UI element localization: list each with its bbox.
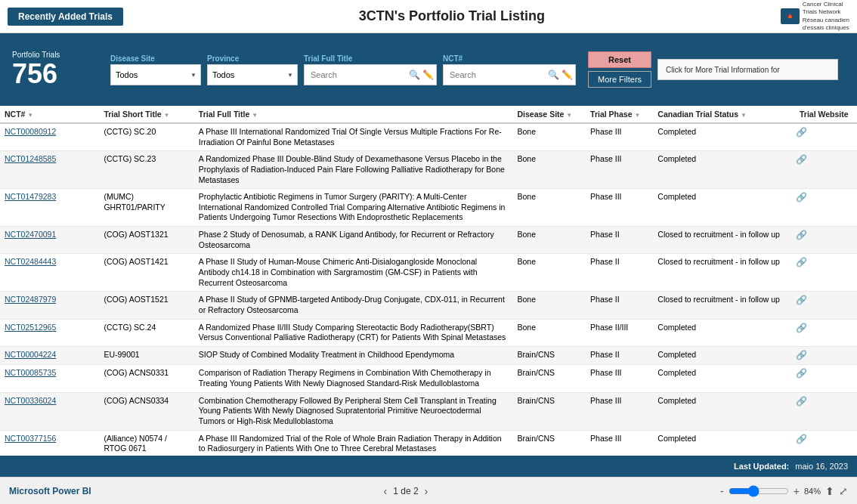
website-icon[interactable]: 🔗 [796, 295, 807, 305]
prev-page-button[interactable]: ‹ [384, 485, 388, 497]
trial-phase: Phase III [586, 365, 653, 392]
trial-status: Closed to recruitment - in follow up [653, 227, 790, 254]
website-icon[interactable]: 🔗 [796, 154, 807, 165]
table-row: NCT02512965(CCTG) SC.24A Randomized Phas… [0, 319, 857, 346]
nct-clear-icon[interactable]: ✏️ [562, 70, 573, 80]
trial-short-title: (COG) AOST1521 [99, 292, 193, 319]
disease-site: Bone [513, 151, 586, 189]
disease-site: Bone [513, 254, 586, 292]
table-row: NCT02470091(COG) AOST1321Phase 2 Study o… [0, 227, 857, 254]
zoom-minus-button[interactable]: - [720, 485, 724, 497]
bottom-bar: Microsoft Power BI ‹ 1 de 2 › - + 84% ⬆ … [0, 477, 857, 504]
disease-site-select[interactable]: Todos [110, 64, 201, 85]
nct-label: NCT# [443, 54, 576, 63]
nct-search-icon[interactable]: 🔍 [548, 70, 559, 80]
website-icon[interactable]: 🔗 [796, 230, 807, 240]
website-icon[interactable]: 🔗 [796, 257, 807, 267]
trial-short-title: (COG) AOST1321 [99, 227, 193, 254]
col-header-short-title[interactable]: Trial Short Title ▼ [99, 106, 193, 123]
disease-site: Brain/CNS [513, 365, 586, 392]
disease-site: Bone [513, 123, 586, 151]
nct-link[interactable]: NCT00377156 [5, 434, 56, 443]
nct-link[interactable]: NCT00085735 [5, 368, 56, 377]
powerbi-link[interactable]: Microsoft Power BI [9, 486, 91, 496]
trial-status: Completed [653, 319, 790, 346]
trial-phase: Phase III [586, 392, 653, 430]
trial-status: Completed [653, 392, 790, 430]
fullscreen-button[interactable]: ⤢ [839, 485, 848, 497]
nct-link[interactable]: NCT02512965 [5, 323, 56, 332]
disease-site: Bone [513, 189, 586, 227]
trial-full-title: A Randomized Phase II/III Study Comparin… [194, 319, 513, 346]
trial-short-title: (Alliance) N0574 / RTOG 0671 [99, 430, 193, 456]
logo-line1: Canadian Cancer Clinical Trials Network [803, 0, 849, 17]
table-row: NCT00336024(COG) ACNS0334Combination Che… [0, 392, 857, 430]
website-icon[interactable]: 🔗 [796, 323, 807, 333]
trial-status: Completed [653, 430, 790, 456]
col-header-phase[interactable]: Trial Phase ▼ [586, 106, 653, 123]
page-info: 1 de 2 [393, 486, 418, 496]
trial-short-title: (MUMC) GHRT01/PARITY [99, 189, 193, 227]
website-icon[interactable]: 🔗 [796, 396, 807, 407]
disease-site: Brain/CNS [513, 430, 586, 456]
website-icon[interactable]: 🔗 [796, 127, 807, 138]
trial-full-title: A Randomized Phase III Double-Blind Stud… [194, 151, 513, 189]
trial-phase: Phase III [586, 151, 653, 189]
trial-status: Closed to recruitment - in follow up [653, 254, 790, 292]
trial-title-clear-icon[interactable]: ✏️ [422, 70, 434, 80]
nct-link[interactable]: NCT00080912 [5, 127, 56, 136]
reset-button[interactable]: Reset [588, 51, 651, 68]
export-button[interactable]: ⬆ [825, 485, 834, 497]
province-filter: Province Todos [207, 54, 298, 85]
nct-link[interactable]: NCT02470091 [5, 230, 56, 239]
last-updated-date: maio 16, 2023 [795, 462, 848, 471]
table-row: NCT01479283(MUMC) GHRT01/PARITYProphylac… [0, 189, 857, 227]
province-select[interactable]: Todos [207, 64, 298, 85]
action-buttons: Reset More Filters [588, 51, 651, 88]
portfolio-count-box: Portfolio Trials 756 [6, 48, 104, 92]
trial-status: Completed [653, 346, 790, 365]
website-icon[interactable]: 🔗 [796, 368, 807, 379]
nct-link[interactable]: NCT02484443 [5, 257, 56, 266]
portfolio-count: 756 [12, 59, 98, 89]
website-icon[interactable]: 🔗 [796, 192, 807, 203]
nct-link[interactable]: NCT02487979 [5, 295, 56, 304]
zoom-plus-button[interactable]: + [794, 485, 800, 497]
trial-short-title: (CCTG) SC.24 [99, 319, 193, 346]
nct-filter: NCT# 🔍 ✏️ [443, 54, 576, 85]
more-filters-button[interactable]: More Filters [588, 71, 651, 88]
trial-phase: Phase II/III [586, 319, 653, 346]
col-header-status[interactable]: Canadian Trial Status ▼ [653, 106, 790, 123]
nct-link[interactable]: NCT01248585 [5, 154, 56, 163]
trial-short-title: (COG) ACNS0331 [99, 365, 193, 392]
trial-info-link[interactable]: Click for More Trial Information for [657, 59, 838, 80]
trial-phase: Phase III [586, 189, 653, 227]
website-icon[interactable]: 🔗 [796, 434, 807, 444]
trial-status: Closed to recruitment - in follow up [653, 292, 790, 319]
nct-link[interactable]: NCT00336024 [5, 396, 56, 405]
nct-link[interactable]: NCT00004224 [5, 350, 56, 359]
trial-phase: Phase II [586, 292, 653, 319]
trial-full-title: A Phase II Study of Human-Mouse Chimeric… [194, 254, 513, 292]
filters-row: Portfolio Trials 756 Disease Site Todos … [0, 33, 857, 106]
next-page-button[interactable]: › [425, 485, 428, 497]
trial-phase: Phase II [586, 227, 653, 254]
disease-site: Bone [513, 227, 586, 254]
zoom-slider[interactable] [729, 485, 789, 497]
col-header-website[interactable]: Trial Website [791, 106, 857, 123]
disease-site: Brain/CNS [513, 346, 586, 365]
col-header-disease[interactable]: Disease Site ▼ [513, 106, 586, 123]
table-row: NCT00080912(CCTG) SC.20A Phase III Inter… [0, 123, 857, 151]
recently-added-button[interactable]: Recently Added Trials [8, 8, 123, 26]
website-icon[interactable]: 🔗 [796, 350, 807, 360]
trial-full-title: A Phase II Study of GPNMB-targeted Antib… [194, 292, 513, 319]
col-header-nct[interactable]: NCT# ▼ [0, 106, 99, 123]
trial-status: Completed [653, 123, 790, 151]
table-row: NCT02484443(COG) AOST1421A Phase II Stud… [0, 254, 857, 292]
trial-full-title: SIOP Study of Combined Modality Treatmen… [194, 346, 513, 365]
trial-status: Completed [653, 365, 790, 392]
info-arrow-icon[interactable]: › [847, 63, 851, 76]
col-header-full-title[interactable]: Trial Full Title ▼ [194, 106, 513, 123]
trial-title-search-icon[interactable]: 🔍 [409, 70, 420, 80]
nct-link[interactable]: NCT01479283 [5, 192, 56, 201]
